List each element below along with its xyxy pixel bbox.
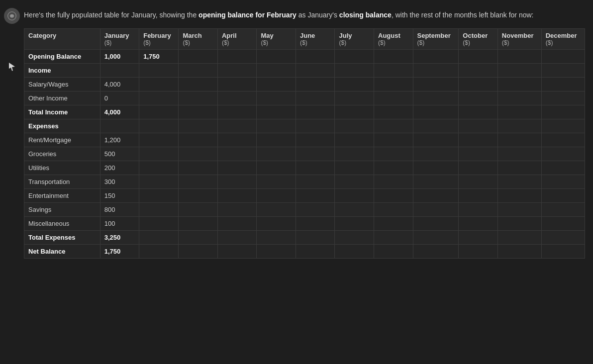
cell-jun [296,78,335,91]
cell-mar [179,50,218,64]
cell-category: Miscellaneous [24,217,100,231]
cell-jan: 4,000 [100,105,139,119]
cell-apr [217,231,257,245]
cell-jan: 4,000 [100,78,139,91]
cell-jul [335,245,374,259]
cell-sep [413,64,459,78]
col-header-jul: July($) [335,29,374,50]
cell-apr [217,161,257,175]
cell-category: Salary/Wages [24,78,100,91]
cell-sep [413,133,459,147]
cell-may [257,161,296,175]
cell-oct [459,245,498,259]
cell-may [257,203,296,217]
cell-mar [179,78,218,91]
table-row: Total Income4,000 [24,105,585,119]
cursor-icon [8,62,16,74]
cell-jul [335,147,374,161]
cell-feb [139,217,179,231]
cell-category: Utilities [24,161,100,175]
cell-oct [459,189,498,203]
cell-jan: 300 [100,175,139,189]
cell-dec [541,161,585,175]
cell-nov [497,231,541,245]
cell-may [257,78,296,91]
cell-category: Total Expenses [24,231,100,245]
col-header-oct: October($) [459,29,498,50]
cell-jan: 1,750 [100,245,139,259]
cell-mar [179,161,218,175]
cell-dec [541,64,585,78]
cell-jun [296,119,335,133]
col-header-aug: August($) [374,29,413,50]
cell-feb [139,119,179,133]
cell-jul [335,105,374,119]
cell-jul [335,231,374,245]
cell-sep [413,175,459,189]
cell-jun [296,189,335,203]
cell-jul [335,161,374,175]
cell-category: Other Income [24,91,100,105]
cell-feb [139,64,179,78]
budget-table: CategoryJanuary($)February($)March($)Apr… [24,28,585,259]
cell-mar [179,175,218,189]
cell-jan: 100 [100,217,139,231]
cell-mar [179,217,218,231]
cell-jun [296,231,335,245]
cell-sep [413,245,459,259]
cell-oct [459,231,498,245]
cell-nov [497,147,541,161]
cell-mar [179,189,218,203]
cell-may [257,133,296,147]
cell-aug [374,189,413,203]
cell-aug [374,175,413,189]
cell-dec [541,245,585,259]
cell-feb [139,231,179,245]
cell-mar [179,133,218,147]
cell-jan: 0 [100,91,139,105]
cell-dec [541,119,585,133]
cell-sep [413,203,459,217]
cell-sep [413,217,459,231]
cell-jun [296,217,335,231]
cell-feb [139,147,179,161]
table-row: Expenses [24,119,585,133]
cell-sep [413,50,459,64]
cell-jan: 800 [100,203,139,217]
cell-dec [541,133,585,147]
cell-category: Savings [24,203,100,217]
cell-feb [139,105,179,119]
cell-mar [179,119,218,133]
cell-oct [459,147,498,161]
cell-sep [413,161,459,175]
cell-apr [217,217,257,231]
cell-jan [100,64,139,78]
cell-nov [497,175,541,189]
cell-jul [335,203,374,217]
cell-feb [139,78,179,91]
cell-jan: 500 [100,147,139,161]
cell-apr [217,64,257,78]
cell-apr [217,91,257,105]
cell-sep [413,231,459,245]
cell-jan: 1,200 [100,133,139,147]
cell-jun [296,175,335,189]
cell-aug [374,161,413,175]
cell-sep [413,78,459,91]
cell-oct [459,175,498,189]
cell-sep [413,189,459,203]
table-row: Other Income0 [24,91,585,105]
cell-jan: 200 [100,161,139,175]
budget-table-wrapper: CategoryJanuary($)February($)March($)Apr… [24,28,585,259]
cell-category: Transportation [24,175,100,189]
cell-apr [217,147,257,161]
table-row: Transportation300 [24,175,585,189]
col-header-dec: December($) [541,29,585,50]
cell-aug [374,64,413,78]
cell-nov [497,91,541,105]
cell-may [257,64,296,78]
cell-may [257,231,296,245]
cell-may [257,50,296,64]
cell-jan: 1,000 [100,50,139,64]
cell-category: Expenses [24,119,100,133]
